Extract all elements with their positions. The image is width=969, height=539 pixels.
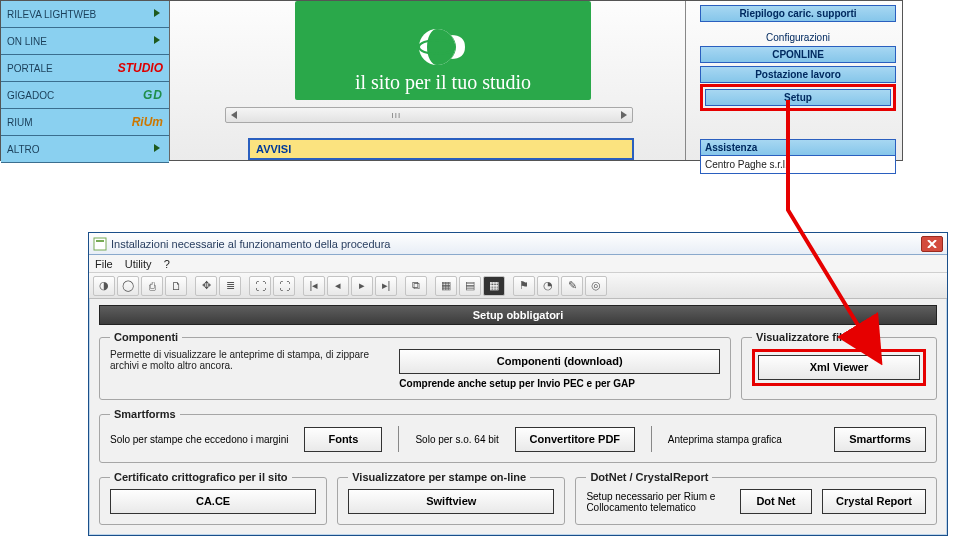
crystal-report-button[interactable]: Crystal Report	[822, 489, 926, 514]
swiftview-group: Visualizzatore per stampe on-line Swiftv…	[337, 471, 565, 525]
componenti-note: Comprende anche setup per Invio PEC e pe…	[399, 378, 720, 389]
scroll-left-icon[interactable]	[226, 108, 242, 122]
chevron-right-icon	[153, 9, 163, 19]
gigadoc-logo-icon: GD	[143, 82, 163, 109]
center-area: il sito per il tuo studio III AVVISI	[170, 1, 685, 160]
toolbar-btn-4[interactable]: 🗋	[165, 276, 187, 296]
toolbar-btn-19[interactable]: ✎	[561, 276, 583, 296]
toolbar-btn-15[interactable]: ▤	[459, 276, 481, 296]
nav-label: GIGADOC	[7, 82, 54, 109]
svg-rect-2	[94, 238, 106, 250]
toolbar-btn-18[interactable]: ◔	[537, 276, 559, 296]
scroll-track[interactable]: III	[242, 108, 616, 122]
nav-label: PORTALE	[7, 55, 53, 82]
banner-text: il sito per il tuo studio	[295, 71, 591, 94]
toolbar-btn-20[interactable]: ◎	[585, 276, 607, 296]
dotnet-legend: DotNet / CrystalReport	[586, 471, 712, 483]
studio-logo-icon: STUDIO	[118, 55, 163, 82]
toolbar-btn-17[interactable]: ⚑	[513, 276, 535, 296]
dotnet-note: Setup necessario per Rium e Collocamento…	[586, 491, 730, 513]
nav-rileva-lightweb[interactable]: RILEVA LIGHTWEB	[1, 1, 169, 28]
menubar: File Utility ?	[89, 255, 947, 273]
xml-viewer-button[interactable]: Xml Viewer	[758, 355, 920, 380]
config-label: Configurazioni	[700, 32, 896, 43]
componenti-group: Componenti Permette di visualizzare le a…	[99, 331, 731, 400]
xml-viewer-group: Visualizzatore file XML Xml Viewer	[741, 331, 937, 400]
smartforms-legend: Smartforms	[110, 408, 180, 420]
nav-label: ON LINE	[7, 28, 47, 55]
cert-legend: Certificato crittografico per il sito	[110, 471, 292, 483]
smart-note2: Solo per s.o. 64 bit	[415, 434, 498, 445]
toolbar-btn-7[interactable]: ⛶	[249, 276, 271, 296]
cponline-button[interactable]: CPONLINE	[700, 46, 896, 63]
riepilogo-button[interactable]: Riepilogo caric. supporti	[700, 5, 896, 22]
menu-help[interactable]: ?	[164, 258, 170, 270]
chevron-right-icon	[153, 144, 163, 154]
nav-rium[interactable]: RIUM RiUm	[1, 109, 169, 136]
smart-note1: Solo per stampe che eccedono i margini	[110, 434, 288, 445]
toolbar-btn-8[interactable]: ⛶	[273, 276, 295, 296]
toolbar-prev-icon[interactable]: ◂	[327, 276, 349, 296]
toolbar-btn-13[interactable]: ⧉	[405, 276, 427, 296]
nav-portale[interactable]: PORTALE STUDIO	[1, 55, 169, 82]
toolbar-first-icon[interactable]: |◂	[303, 276, 325, 296]
promo-banner: il sito per il tuo studio	[295, 1, 591, 100]
toolbar-btn-14[interactable]: ▦	[435, 276, 457, 296]
scroll-right-icon[interactable]	[616, 108, 632, 122]
nav-label: RILEVA LIGHTWEB	[7, 1, 96, 28]
toolbar-btn-2[interactable]: ◯	[117, 276, 139, 296]
avvisi-bar[interactable]: AVVISI	[248, 138, 634, 160]
fonts-button[interactable]: Fonts	[304, 427, 382, 452]
nav-online[interactable]: ON LINE	[1, 28, 169, 55]
smart-note3: Anteprima stampa grafica	[668, 434, 782, 445]
assist-header: Assistenza	[701, 140, 895, 156]
componenti-desc: Permette di visualizzare le anteprime di…	[110, 349, 381, 371]
menu-utility[interactable]: Utility	[125, 258, 152, 270]
separator	[651, 426, 652, 452]
setup-button[interactable]: Setup	[705, 89, 891, 106]
close-icon	[927, 240, 937, 248]
left-nav: RILEVA LIGHTWEB ON LINE PORTALE STUDIO G…	[1, 1, 170, 160]
xml-legend: Visualizzatore file XML	[752, 331, 878, 343]
rium-logo-icon: RiUm	[132, 109, 163, 136]
nav-altro[interactable]: ALTRO	[1, 136, 169, 163]
toolbar-btn-3[interactable]: ⎙	[141, 276, 163, 296]
dotnet-group: DotNet / CrystalReport Setup necessario …	[575, 471, 937, 525]
section-title: Setup obbligatori	[99, 305, 937, 325]
chevron-right-icon	[153, 36, 163, 46]
componenti-legend: Componenti	[110, 331, 182, 343]
toolbar-last-icon[interactable]: ▸|	[375, 276, 397, 296]
smartforms-button[interactable]: Smartforms	[834, 427, 926, 452]
separator	[398, 426, 399, 452]
toolbar-btn-1[interactable]: ◑	[93, 276, 115, 296]
swiftview-legend: Visualizzatore per stampe on-line	[348, 471, 530, 483]
setup-highlight: Setup	[700, 84, 896, 111]
avvisi-label: AVVISI	[256, 143, 291, 155]
nav-gigadoc[interactable]: GIGADOC GD	[1, 82, 169, 109]
installazioni-dialog: Installazioni necessarie al funzionament…	[88, 232, 948, 536]
right-panel: Riepilogo caric. supporti Configurazioni…	[685, 1, 902, 160]
globe-icon	[415, 23, 471, 71]
toolbar-btn-5[interactable]: ✥	[195, 276, 217, 296]
dialog-titlebar[interactable]: Installazioni necessarie al funzionament…	[89, 233, 947, 255]
svg-rect-3	[96, 240, 104, 242]
toolbar: ◑ ◯ ⎙ 🗋 ✥ ≣ ⛶ ⛶ |◂ ◂ ▸ ▸| ⧉ ▦ ▤ ▦ ⚑ ◔ ✎ …	[89, 273, 947, 299]
nav-label: RIUM	[7, 109, 33, 136]
convertitore-pdf-button[interactable]: Convertitore PDF	[515, 427, 635, 452]
postazione-button[interactable]: Postazione lavoro	[700, 66, 896, 83]
componenti-download-button[interactable]: Componenti (download)	[399, 349, 720, 374]
menu-file[interactable]: File	[95, 258, 113, 270]
close-button[interactable]	[921, 236, 943, 252]
swiftview-button[interactable]: Swiftview	[348, 489, 554, 514]
smartforms-group: Smartforms Solo per stampe che eccedono …	[99, 408, 937, 463]
cace-button[interactable]: CA.CE	[110, 489, 316, 514]
dotnet-button[interactable]: Dot Net	[740, 489, 812, 514]
toolbar-next-icon[interactable]: ▸	[351, 276, 373, 296]
toolbar-btn-6[interactable]: ≣	[219, 276, 241, 296]
horizontal-scrollbar[interactable]: III	[225, 107, 633, 123]
assistenza-panel: Assistenza Centro Paghe s.r.l.	[700, 139, 896, 174]
toolbar-btn-16[interactable]: ▦	[483, 276, 505, 296]
dialog-title: Installazioni necessarie al funzionament…	[111, 238, 390, 250]
scroll-thumb-mark: III	[392, 111, 402, 120]
cert-group: Certificato crittografico per il sito CA…	[99, 471, 327, 525]
